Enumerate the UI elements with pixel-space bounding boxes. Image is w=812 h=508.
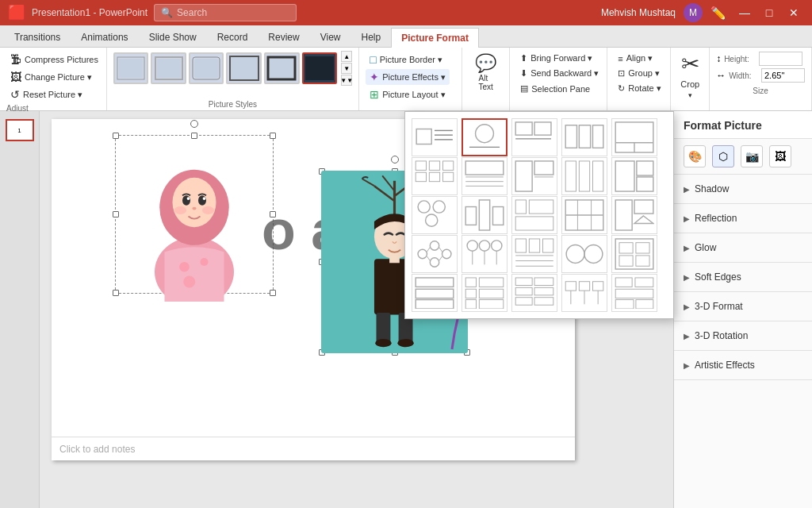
panel-3d-rotation-section: ▶ 3-D Rotation — [674, 321, 812, 351]
height-input[interactable] — [759, 52, 802, 66]
picture-layout-button[interactable]: ⊞ Picture Layout ▾ — [366, 87, 450, 102]
layout-item-1[interactable] — [412, 118, 458, 156]
picture-layout-label: Picture Layout ▾ — [382, 90, 445, 100]
border-icon: □ — [370, 53, 376, 66]
selection-pane-icon: ▤ — [520, 83, 528, 94]
compress-pictures-button[interactable]: 🗜 Compress Pictures — [6, 52, 102, 67]
align-button[interactable]: ≡ Align ▾ — [614, 52, 665, 65]
handle-br[interactable] — [270, 290, 276, 296]
style-thumb-6[interactable] — [302, 52, 338, 84]
svg-point-21 — [179, 262, 190, 272]
layout-item-20[interactable] — [611, 235, 657, 273]
layout-item-18[interactable] — [511, 235, 557, 273]
edit-icon[interactable]: ✏️ — [710, 6, 726, 21]
scroll-up-button[interactable]: ▲ — [341, 51, 352, 62]
panel-picture-icon[interactable]: 📷 — [741, 145, 763, 167]
panel-effects-icon[interactable]: ⬡ — [712, 145, 734, 167]
send-backward-label: Send Backward ▾ — [530, 68, 599, 79]
notes-placeholder[interactable]: Click to add notes — [59, 444, 135, 455]
rotation-handle[interactable] — [190, 120, 198, 128]
layout-item-13[interactable] — [511, 196, 557, 234]
tab-review[interactable]: Review — [258, 27, 309, 47]
3d-rotation-item[interactable]: ▶ 3-D Rotation — [674, 326, 812, 345]
bring-forward-button[interactable]: ⬆ Bring Forward ▾ — [516, 52, 603, 65]
tab-transitions[interactable]: Transitions — [4, 27, 71, 47]
slide-thumbnail[interactable]: 1 — [6, 119, 34, 141]
layout-item-14[interactable] — [561, 196, 607, 234]
handle-tr[interactable] — [270, 133, 276, 139]
layout-item-6[interactable] — [412, 157, 458, 195]
svg-rect-46 — [534, 122, 551, 135]
glow-item[interactable]: ▶ Glow — [674, 238, 812, 257]
reflection-item[interactable]: ▶ Reflection — [674, 209, 812, 228]
search-box[interactable]: 🔍 — [154, 4, 297, 21]
handle-bl[interactable] — [113, 290, 119, 296]
tab-animations[interactable]: Animations — [71, 27, 138, 47]
layout-item-10[interactable] — [611, 157, 657, 195]
3d-format-item[interactable]: ▶ 3-D Format — [674, 297, 812, 316]
rotation-handle-2[interactable] — [391, 156, 399, 164]
layout-item-22[interactable] — [462, 274, 508, 312]
close-button[interactable]: ✕ — [783, 5, 804, 21]
search-input[interactable] — [177, 7, 288, 18]
tab-record[interactable]: Record — [207, 27, 259, 47]
tab-help[interactable]: Help — [351, 27, 392, 47]
picture-border-button[interactable]: □ Picture Border ▾ — [366, 52, 450, 67]
layout-item-25[interactable] — [611, 274, 657, 312]
layout-item-2[interactable] — [462, 118, 508, 156]
style-thumb-2[interactable] — [151, 52, 186, 84]
layout-item-17[interactable] — [462, 235, 508, 273]
maximize-button[interactable]: □ — [759, 5, 779, 21]
layout-item-4[interactable] — [561, 118, 607, 156]
group-button[interactable]: ⊡ Group ▾ — [614, 67, 665, 80]
layout-item-23[interactable] — [511, 274, 557, 312]
picture-effects-label: Picture Effects ▾ — [382, 72, 446, 83]
ribbon-group-accessibility: 💬 AltText — [462, 48, 510, 110]
main-content: 1 — [0, 111, 812, 508]
layout-item-8[interactable] — [511, 157, 557, 195]
width-input[interactable] — [761, 68, 805, 83]
scroll-down-button[interactable]: ▼ — [341, 63, 352, 74]
send-backward-button[interactable]: ⬇ Send Backward ▾ — [516, 67, 603, 80]
rotate-button[interactable]: ↻ Rotate ▾ — [614, 82, 665, 95]
reset-picture-button[interactable]: ↺ Reset Picture ▾ — [6, 87, 86, 102]
layout-item-21[interactable] — [412, 274, 458, 312]
svg-rect-140 — [636, 300, 653, 309]
artistic-effects-item[interactable]: ▶ Artistic Effects — [674, 356, 812, 375]
artistic-effects-arrow: ▶ — [684, 361, 690, 370]
style-thumb-4[interactable] — [226, 52, 262, 84]
selection-pane-button[interactable]: ▤ Selection Pane — [516, 82, 603, 95]
tab-slideshow[interactable]: Slide Show — [139, 27, 207, 47]
layout-item-5[interactable] — [611, 118, 657, 156]
layout-item-3[interactable] — [511, 118, 557, 156]
style-thumb-1[interactable] — [113, 52, 149, 84]
crop-button[interactable]: ✂ Crop ▾ — [671, 48, 710, 110]
layout-item-7[interactable] — [462, 157, 508, 195]
layout-item-19[interactable] — [561, 235, 607, 273]
layout-item-12[interactable] — [462, 196, 508, 234]
style-thumb-5[interactable] — [264, 52, 300, 84]
change-picture-button[interactable]: 🖼 Change Picture ▾ — [6, 69, 96, 85]
panel-layout2-icon[interactable]: 🖼 — [769, 145, 791, 167]
svg-rect-6 — [230, 56, 259, 80]
tab-view[interactable]: View — [310, 27, 351, 47]
panel-fill-icon[interactable]: 🎨 — [684, 145, 706, 167]
shadow-item[interactable]: ▶ Shadow — [674, 179, 812, 198]
layout-item-16[interactable] — [412, 235, 458, 273]
soft-edges-item[interactable]: ▶ Soft Edges — [674, 267, 812, 287]
handle-tl[interactable] — [113, 133, 119, 139]
style-thumb-3[interactable] — [189, 52, 224, 84]
minimize-button[interactable]: — — [734, 5, 755, 21]
handle-ml[interactable] — [113, 211, 119, 217]
handle-tc[interactable] — [191, 133, 197, 139]
layout-item-9[interactable] — [561, 157, 607, 195]
layout-item-15[interactable] — [611, 196, 657, 234]
picture-effects-button[interactable]: ✦ Picture Effects ▾ — [366, 69, 450, 85]
layout-item-11[interactable] — [412, 196, 458, 234]
tab-picture-format[interactable]: Picture Format — [391, 28, 479, 48]
layout-item-24[interactable] — [561, 274, 607, 312]
alt-text-button[interactable]: 💬 AltText — [470, 52, 502, 94]
scroll-more-button[interactable]: ▼▼ — [341, 75, 352, 86]
svg-rect-121 — [479, 289, 503, 298]
panel-soft-edges-section: ▶ Soft Edges — [674, 263, 812, 292]
